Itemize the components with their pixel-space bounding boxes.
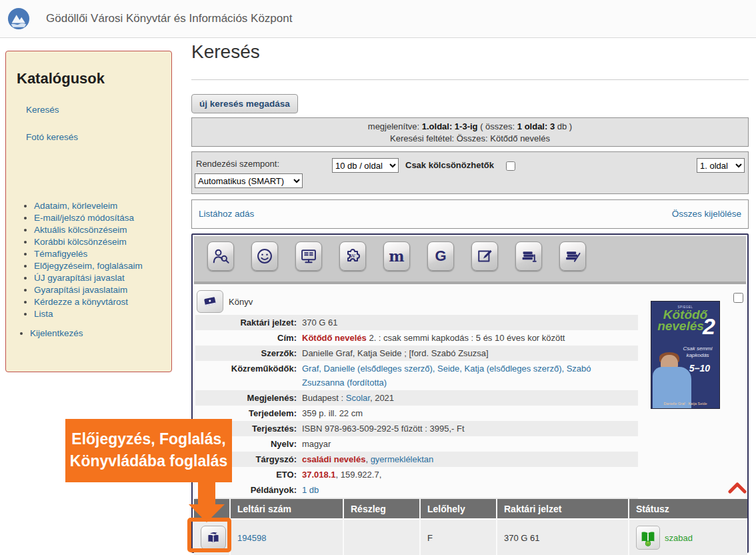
- list-item: Gyarapítási javaslataim: [34, 285, 165, 295]
- sidebar-item-9[interactable]: Lista: [34, 309, 53, 319]
- field-value-link[interactable]: gyermeklélektan: [371, 454, 434, 464]
- sidebar-link-foto-kereses[interactable]: Fotó keresés: [26, 132, 165, 142]
- field-value: 359 p. ill. 22 cm: [302, 406, 363, 420]
- field-value-text: 2. : csak semmi kapkodás : 5 és 10 éves …: [367, 333, 565, 343]
- field-value-link[interactable]: Graf, Danielle (elsődleges szerző), Seid…: [302, 364, 591, 388]
- copies-header-icon-cell: [194, 499, 230, 519]
- sidebar-logout-menu: Kijelentkezés: [17, 328, 165, 338]
- cover-number: 2: [703, 314, 715, 340]
- record-type-label: Könyv: [229, 297, 253, 307]
- book-cover[interactable]: SPIEGEL Kötödő nevelés 2 Csak semmi kapk…: [651, 302, 719, 408]
- copies-header-row: Leltári számRészlegLelőhelyRaktári jelze…: [194, 499, 747, 519]
- status-badge: szabad: [665, 533, 693, 543]
- record-field-row: Tárgyszó:családi nevelés, gyermeklélekta…: [195, 452, 638, 467]
- record-container: WmG Könyv Raktári jelzet:370 G 61Cím:Köt…: [191, 233, 749, 553]
- search-condition-line: Keresési feltétel: Összes: Kötődő nevelé…: [192, 133, 748, 145]
- google-g-icon[interactable]: G: [427, 241, 454, 271]
- page-select[interactable]: 1. oldal: [697, 158, 745, 173]
- list-item: E-mail/jelszó módosítása: [34, 213, 165, 223]
- copy-action-cell: [194, 519, 230, 555]
- smiley-icon[interactable]: [251, 241, 278, 271]
- field-value-text: , 159.922.7,: [336, 470, 382, 480]
- result-info-segment: db ): [555, 121, 572, 131]
- sidebar-link-kereses[interactable]: Keresés: [26, 105, 165, 115]
- field-label: Példányok:: [195, 483, 302, 497]
- sidebar-item-7[interactable]: Gyarapítási javaslataim: [34, 285, 127, 295]
- field-value-text: 37.018.1: [302, 470, 336, 480]
- reserve-copy-icon[interactable]: [201, 526, 226, 550]
- list-item: Témafigyelés: [34, 249, 165, 259]
- department-cell: [343, 519, 420, 555]
- book-type-icon[interactable]: [197, 290, 223, 313]
- sidebar-title: Katalógusok: [17, 70, 165, 87]
- sidebar-item-3[interactable]: Korábbi kölcsönzéseim: [34, 237, 127, 247]
- add-to-list-link[interactable]: Listához adás: [199, 209, 254, 219]
- record-fields: Raktári jelzet:370 G 61Cím:Kötődő nevelé…: [195, 315, 638, 513]
- record-field-row: Szerzők:Danielle Graf, Katja Seide ; [fo…: [195, 346, 638, 361]
- sidebar-item-0[interactable]: Adataim, körleveleim: [34, 201, 117, 211]
- record-field-row: Példányok:1 db: [195, 482, 638, 498]
- sidebar-item-logout[interactable]: Kijelentkezés: [30, 328, 83, 338]
- shelf-mark-cell: 370 G 61: [497, 519, 629, 555]
- field-value: 370 G 61: [302, 316, 338, 330]
- field-value: magyar: [302, 437, 331, 451]
- sidebar-item-8[interactable]: Kérdezze a könyvtárost: [34, 297, 128, 307]
- record-field-row: Közreműködők:Graf, Danielle (elsődleges …: [195, 361, 638, 390]
- svg-text:W: W: [350, 252, 356, 259]
- cover-age: 5–10: [689, 363, 710, 374]
- books-stamp-icon[interactable]: [515, 241, 542, 271]
- record-field-row: Cím:Kötődő nevelés 2. : csak semmi kapko…: [195, 330, 638, 346]
- field-label: ETO:: [195, 468, 302, 482]
- per-page-select[interactable]: 10 db / oldal: [332, 158, 399, 173]
- field-value: ISBN 978-963-509-292-5 fűzött : 3995,- F…: [302, 422, 465, 436]
- sidebar-item-6[interactable]: ÚJ gyarapítási javaslat: [34, 273, 125, 283]
- field-label: Terjedelem:: [195, 406, 302, 420]
- copies-table: Leltári számRészlegLelőhelyRaktári jelze…: [194, 499, 747, 555]
- main-content: Keresés új keresés megadása megjelenítve…: [191, 0, 750, 555]
- select-all-link[interactable]: Összes kijelölése: [672, 209, 741, 219]
- field-value-text: családi nevelés: [302, 454, 365, 464]
- copies-column-header-4: Státusz: [629, 499, 747, 519]
- copies-column-header-1: Részleg: [343, 499, 420, 519]
- edit-note-icon[interactable]: [471, 241, 498, 271]
- field-label: Terjesztés:: [195, 422, 302, 436]
- only-lendable-label: Csak kölcsönözhetők: [405, 160, 494, 170]
- field-value: Budapest : Scolar, 2021: [302, 391, 394, 405]
- inventory-number-link[interactable]: 194598: [237, 533, 266, 543]
- field-value-text: magyar: [302, 439, 331, 449]
- scroll-top-icon[interactable]: [728, 482, 747, 494]
- copies-column-header-3: Raktári jelzet: [497, 499, 629, 519]
- sidebar-item-2[interactable]: Aktuális kölcsönzéseim: [34, 225, 127, 235]
- field-label: Közreműködők:: [195, 362, 302, 390]
- field-value-link[interactable]: 1 db: [302, 485, 319, 495]
- reader-search-icon[interactable]: [207, 241, 234, 271]
- library-logo-icon: [7, 7, 30, 30]
- books-pen-icon[interactable]: [559, 241, 586, 271]
- new-search-button[interactable]: új keresés megadása: [191, 94, 298, 113]
- cover-authors: Danielle Graf · Katja Seide: [651, 402, 719, 406]
- field-label: Megjelenés:: [195, 391, 302, 405]
- moly-m-icon[interactable]: m: [383, 241, 410, 271]
- copies-column-header-2: Lelőhely: [420, 499, 497, 519]
- field-value-text: ,: [365, 454, 370, 464]
- record-field-row: Terjesztés:ISBN 978-963-509-292-5 fűzött…: [195, 421, 638, 436]
- record-icon-toolbar: WmG: [194, 236, 746, 284]
- sidebar-item-4[interactable]: Témafigyelés: [34, 249, 87, 259]
- sort-label: Rendezési szempont:: [196, 159, 279, 169]
- sidebar-item-1[interactable]: E-mail/jelszó módosítása: [34, 213, 134, 223]
- sidebar-item-5[interactable]: Előjegyzéseim, foglalásaim: [34, 261, 143, 271]
- only-lendable-checkbox[interactable]: [506, 161, 515, 171]
- field-value-link[interactable]: Scolar: [346, 393, 370, 403]
- wikipedia-puzzle-icon[interactable]: W: [339, 241, 366, 271]
- status-available-icon: [636, 526, 660, 550]
- record-field-row: Nyelv:magyar: [195, 436, 638, 452]
- copies-column-header-0: Leltári szám: [230, 499, 343, 519]
- record-field-row: ETO:37.018.1, 159.922.7,: [195, 467, 638, 482]
- sort-select[interactable]: Automatikus (SMART): [195, 173, 303, 188]
- location-cell: F: [420, 519, 497, 555]
- result-info-segment: megjelenítve:: [368, 121, 422, 131]
- monitor-icon[interactable]: [295, 241, 322, 271]
- record-select-checkbox[interactable]: [733, 293, 743, 303]
- field-value: 37.018.1, 159.922.7,: [302, 468, 381, 482]
- sidebar-menu: Adataim, körleveleimE-mail/jelszó módosí…: [17, 201, 165, 319]
